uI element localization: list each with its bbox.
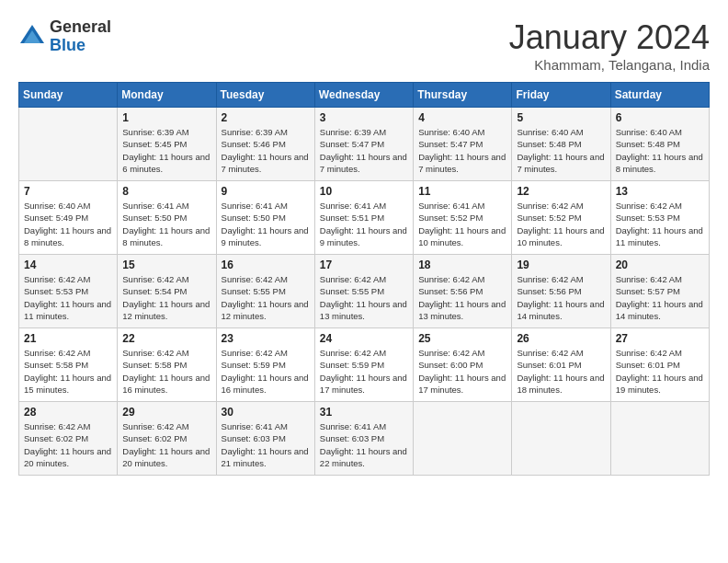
day-info: Sunrise: 6:42 AMSunset: 5:56 PMDaylight:… <box>517 273 605 322</box>
day-number: 12 <box>517 185 605 198</box>
calendar-cell: 19Sunrise: 6:42 AMSunset: 5:56 PMDayligh… <box>512 255 610 328</box>
day-info: Sunrise: 6:40 AMSunset: 5:47 PMDaylight:… <box>418 126 506 175</box>
calendar-cell: 7Sunrise: 6:40 AMSunset: 5:49 PMDaylight… <box>19 181 118 255</box>
calendar-cell: 28Sunrise: 6:42 AMSunset: 6:02 PMDayligh… <box>19 402 118 476</box>
day-number: 18 <box>418 259 506 271</box>
day-number: 5 <box>517 111 605 124</box>
day-number: 11 <box>418 185 506 198</box>
day-number: 17 <box>320 259 408 271</box>
calendar-cell: 30Sunrise: 6:41 AMSunset: 6:03 PMDayligh… <box>216 402 314 476</box>
calendar-cell: 13Sunrise: 6:42 AMSunset: 5:53 PMDayligh… <box>610 181 709 255</box>
day-number: 24 <box>320 332 408 345</box>
calendar-cell: 17Sunrise: 6:42 AMSunset: 5:55 PMDayligh… <box>314 255 413 328</box>
day-number: 13 <box>616 185 704 198</box>
logo-icon <box>18 23 46 51</box>
calendar-cell: 16Sunrise: 6:42 AMSunset: 5:55 PMDayligh… <box>216 255 314 328</box>
column-header-tuesday: Tuesday <box>216 83 314 108</box>
column-header-wednesday: Wednesday <box>314 83 413 108</box>
day-number: 28 <box>24 406 112 419</box>
day-info: Sunrise: 6:42 AMSunset: 6:02 PMDaylight:… <box>122 420 210 469</box>
day-info: Sunrise: 6:42 AMSunset: 5:59 PMDaylight:… <box>320 347 408 396</box>
day-info: Sunrise: 6:42 AMSunset: 5:55 PMDaylight:… <box>320 273 408 322</box>
day-number: 29 <box>122 406 210 419</box>
day-info: Sunrise: 6:41 AMSunset: 5:51 PMDaylight:… <box>320 200 408 248</box>
day-number: 9 <box>222 185 310 198</box>
column-header-thursday: Thursday <box>414 83 512 108</box>
calendar-cell: 21Sunrise: 6:42 AMSunset: 5:58 PMDayligh… <box>19 328 118 402</box>
day-number: 25 <box>418 332 506 345</box>
day-info: Sunrise: 6:39 AMSunset: 5:46 PMDaylight:… <box>222 126 310 175</box>
day-number: 6 <box>616 111 704 124</box>
day-number: 16 <box>222 259 310 271</box>
calendar-week-row: 1Sunrise: 6:39 AMSunset: 5:45 PMDaylight… <box>19 108 710 181</box>
calendar-cell: 11Sunrise: 6:41 AMSunset: 5:52 PMDayligh… <box>414 181 512 255</box>
calendar-cell <box>414 402 512 476</box>
calendar-cell: 31Sunrise: 6:41 AMSunset: 6:03 PMDayligh… <box>314 402 413 476</box>
day-info: Sunrise: 6:41 AMSunset: 5:50 PMDaylight:… <box>122 200 210 248</box>
day-info: Sunrise: 6:42 AMSunset: 5:56 PMDaylight:… <box>418 273 506 322</box>
logo: General Blue <box>18 18 111 55</box>
day-info: Sunrise: 6:42 AMSunset: 5:57 PMDaylight:… <box>616 273 704 322</box>
calendar-cell: 4Sunrise: 6:40 AMSunset: 5:47 PMDaylight… <box>414 108 512 181</box>
day-info: Sunrise: 6:42 AMSunset: 6:02 PMDaylight:… <box>24 420 112 469</box>
calendar-cell: 27Sunrise: 6:42 AMSunset: 6:01 PMDayligh… <box>610 328 709 402</box>
logo-text: General Blue <box>50 18 111 55</box>
day-info: Sunrise: 6:40 AMSunset: 5:49 PMDaylight:… <box>24 200 112 248</box>
day-number: 10 <box>320 185 408 198</box>
day-number: 23 <box>222 332 310 345</box>
day-number: 21 <box>24 332 112 345</box>
page-header: General Blue January 2024 Khammam, Telan… <box>18 18 710 73</box>
day-info: Sunrise: 6:42 AMSunset: 5:55 PMDaylight:… <box>222 273 310 322</box>
day-info: Sunrise: 6:42 AMSunset: 6:01 PMDaylight:… <box>616 347 704 396</box>
day-info: Sunrise: 6:40 AMSunset: 5:48 PMDaylight:… <box>517 126 605 175</box>
day-info: Sunrise: 6:39 AMSunset: 5:47 PMDaylight:… <box>320 126 408 175</box>
day-number: 19 <box>517 259 605 271</box>
calendar-week-row: 28Sunrise: 6:42 AMSunset: 6:02 PMDayligh… <box>19 402 710 476</box>
calendar-cell: 23Sunrise: 6:42 AMSunset: 5:59 PMDayligh… <box>216 328 314 402</box>
day-number: 3 <box>320 111 408 124</box>
day-info: Sunrise: 6:42 AMSunset: 6:00 PMDaylight:… <box>418 347 506 396</box>
calendar-cell: 8Sunrise: 6:41 AMSunset: 5:50 PMDaylight… <box>118 181 216 255</box>
day-info: Sunrise: 6:40 AMSunset: 5:48 PMDaylight:… <box>616 126 704 175</box>
column-header-friday: Friday <box>512 83 610 108</box>
day-info: Sunrise: 6:42 AMSunset: 5:52 PMDaylight:… <box>517 200 605 248</box>
day-info: Sunrise: 6:39 AMSunset: 5:45 PMDaylight:… <box>122 126 210 175</box>
day-info: Sunrise: 6:42 AMSunset: 5:53 PMDaylight:… <box>616 200 704 248</box>
day-number: 1 <box>122 111 210 124</box>
calendar-cell: 26Sunrise: 6:42 AMSunset: 6:01 PMDayligh… <box>512 328 610 402</box>
day-number: 15 <box>122 259 210 271</box>
calendar-cell: 3Sunrise: 6:39 AMSunset: 5:47 PMDaylight… <box>314 108 413 181</box>
day-info: Sunrise: 6:42 AMSunset: 6:01 PMDaylight:… <box>517 347 605 396</box>
day-number: 22 <box>122 332 210 345</box>
day-info: Sunrise: 6:42 AMSunset: 5:58 PMDaylight:… <box>122 347 210 396</box>
calendar-cell: 6Sunrise: 6:40 AMSunset: 5:48 PMDaylight… <box>610 108 709 181</box>
calendar-cell: 1Sunrise: 6:39 AMSunset: 5:45 PMDaylight… <box>118 108 216 181</box>
calendar-cell <box>610 402 709 476</box>
calendar-cell: 24Sunrise: 6:42 AMSunset: 5:59 PMDayligh… <box>314 328 413 402</box>
calendar-cell: 9Sunrise: 6:41 AMSunset: 5:50 PMDaylight… <box>216 181 314 255</box>
day-info: Sunrise: 6:42 AMSunset: 5:54 PMDaylight:… <box>122 273 210 322</box>
day-info: Sunrise: 6:42 AMSunset: 5:58 PMDaylight:… <box>24 347 112 396</box>
logo-blue-text: Blue <box>50 37 111 55</box>
calendar-cell: 18Sunrise: 6:42 AMSunset: 5:56 PMDayligh… <box>414 255 512 328</box>
day-info: Sunrise: 6:41 AMSunset: 6:03 PMDaylight:… <box>222 420 310 469</box>
column-header-saturday: Saturday <box>610 83 709 108</box>
calendar-cell: 14Sunrise: 6:42 AMSunset: 5:53 PMDayligh… <box>19 255 118 328</box>
calendar-table: SundayMondayTuesdayWednesdayThursdayFrid… <box>18 82 710 476</box>
calendar-cell: 12Sunrise: 6:42 AMSunset: 5:52 PMDayligh… <box>512 181 610 255</box>
calendar-week-row: 14Sunrise: 6:42 AMSunset: 5:53 PMDayligh… <box>19 255 710 328</box>
column-header-monday: Monday <box>118 83 216 108</box>
day-info: Sunrise: 6:41 AMSunset: 6:03 PMDaylight:… <box>320 420 408 469</box>
day-info: Sunrise: 6:42 AMSunset: 5:53 PMDaylight:… <box>24 273 112 322</box>
calendar-cell: 25Sunrise: 6:42 AMSunset: 6:00 PMDayligh… <box>414 328 512 402</box>
month-year: January 2024 <box>509 18 710 57</box>
calendar-cell: 22Sunrise: 6:42 AMSunset: 5:58 PMDayligh… <box>118 328 216 402</box>
calendar-cell: 10Sunrise: 6:41 AMSunset: 5:51 PMDayligh… <box>314 181 413 255</box>
day-number: 4 <box>418 111 506 124</box>
calendar-cell: 29Sunrise: 6:42 AMSunset: 6:02 PMDayligh… <box>118 402 216 476</box>
day-number: 27 <box>616 332 704 345</box>
calendar-cell <box>19 108 118 181</box>
title-block: January 2024 Khammam, Telangana, India <box>509 18 710 73</box>
calendar-cell: 5Sunrise: 6:40 AMSunset: 5:48 PMDaylight… <box>512 108 610 181</box>
day-number: 2 <box>222 111 310 124</box>
